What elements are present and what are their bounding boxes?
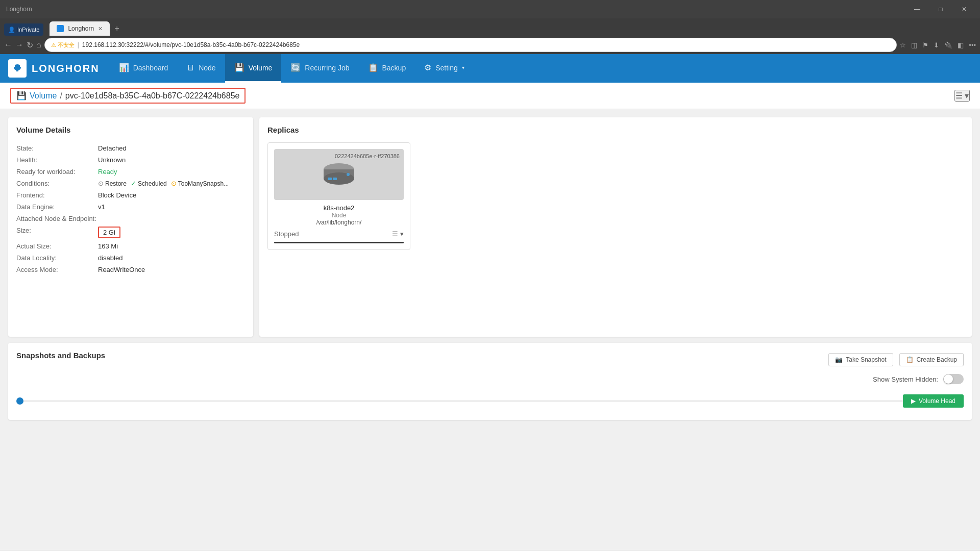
condition-toomanysnapshots: ⊙ TooManySnapsh... <box>171 180 229 187</box>
replica-menu-button[interactable]: ☰ ▾ <box>392 230 404 238</box>
show-hidden-row: Show System Hidden: <box>16 374 964 384</box>
svg-rect-4 <box>333 178 337 180</box>
detail-row-size: Size: 2 Gi <box>16 224 245 240</box>
inprivate-badge: 👤 InPrivate <box>4 23 43 36</box>
logo-text: LONGHORN <box>32 63 100 74</box>
setting-icon: ⚙ <box>424 63 431 72</box>
volume-head-button[interactable]: ▶ Volume Head <box>903 394 964 408</box>
nav-item-backup[interactable]: 📋 Backup <box>359 54 415 83</box>
nav-item-recurring-job[interactable]: 🔄 Recurring Job <box>281 54 358 83</box>
timeline-row: ▶ Volume Head <box>16 390 964 412</box>
replica-image: 0222424b685e-r-ff270386 <box>274 149 404 200</box>
forward-button[interactable]: → <box>15 40 23 49</box>
browser-toolbar-icons: ☆ ◫ ⚑ ⬇ 🔌 ◧ ••• <box>900 41 976 49</box>
nav-label-recurring-job: Recurring Job <box>305 64 349 72</box>
favorites-icon[interactable]: ☆ <box>900 41 906 49</box>
main-content: Volume Details State: Detached Health: U… <box>0 109 980 550</box>
logo-icon <box>8 59 27 78</box>
snapshots-card: Snapshots and Backups 📷 Take Snapshot 📋 … <box>8 343 972 420</box>
replica-status-row: Stopped ☰ ▾ <box>274 230 404 238</box>
new-tab-button[interactable]: + <box>110 21 124 36</box>
home-button[interactable]: ⌂ <box>36 40 41 49</box>
replica-status: Stopped <box>274 230 299 238</box>
nav-label-volume: Volume <box>249 64 273 72</box>
address-bar[interactable]: ⚠ 不安全 | 192.168.112.30:32222/#/volume/pv… <box>44 38 897 52</box>
longhorn-bull-svg <box>11 62 23 74</box>
detail-value-access-mode: ReadWriteOnce <box>98 266 145 273</box>
profile-icon[interactable]: ⚑ <box>922 41 928 49</box>
breadcrumb-root-label[interactable]: Volume <box>30 91 57 101</box>
nav-label-dashboard: Dashboard <box>133 64 168 72</box>
restore-condition-icon: ⊙ <box>98 180 104 187</box>
window-titlebar: Longhorn — □ ✕ <box>0 0 980 18</box>
browser-tab[interactable]: Longhorn ✕ <box>50 21 110 36</box>
more-icon[interactable]: ••• <box>969 41 976 49</box>
detail-value-frontend: Block Device <box>98 191 136 199</box>
minimize-button[interactable]: — <box>905 0 929 18</box>
browser-address-bar-row: ← → ↻ ⌂ ⚠ 不安全 | 192.168.112.30:32222/#/v… <box>0 36 980 54</box>
play-icon: ▶ <box>911 397 916 405</box>
detail-value-state: Detached <box>98 144 127 152</box>
timeline-line <box>23 400 903 402</box>
conditions-wrapper: ⊙ Restore ✓ Scheduled ⊙ TooManySnapsh... <box>98 180 229 187</box>
detail-row-frontend: Frontend: Block Device <box>16 189 245 201</box>
detail-row-health: Health: Unknown <box>16 154 245 166</box>
window-controls: — □ ✕ <box>905 0 976 18</box>
replicas-card: Replicas 0222424b685e-r-ff270386 <box>259 117 972 337</box>
snapshots-actions: 📷 Take Snapshot 📋 Create Backup <box>828 353 964 366</box>
replicas-title: Replicas <box>267 126 964 134</box>
detail-row-conditions: Conditions: ⊙ Restore ✓ Scheduled ⊙ TooM <box>16 178 245 189</box>
replica-item[interactable]: 0222424b685e-r-ff270386 <box>267 142 410 250</box>
downloads-icon[interactable]: ⬇ <box>934 41 939 49</box>
nav-item-dashboard[interactable]: 📊 Dashboard <box>110 54 178 83</box>
detail-value-health: Unknown <box>98 156 126 164</box>
breadcrumb: 💾 Volume / pvc-10e1d58a-b35C-4a0b-b67C-0… <box>10 88 246 104</box>
timeline-dot <box>16 397 23 405</box>
detail-row-access-mode: Access Mode: ReadWriteOnce <box>16 264 245 276</box>
snapshots-header: Snapshots and Backups 📷 Take Snapshot 📋 … <box>16 351 964 368</box>
volume-head-label: Volume Head <box>919 397 955 405</box>
detail-value-actual-size: 163 Mi <box>98 242 118 250</box>
view-toggle-button[interactable]: ☰ ▾ <box>954 90 970 102</box>
take-snapshot-button[interactable]: 📷 Take Snapshot <box>828 353 893 366</box>
replica-name: k8s-node2 <box>274 204 404 212</box>
tab-title: Longhorn <box>68 25 94 32</box>
logo-area: LONGHORN <box>8 59 110 78</box>
create-backup-button[interactable]: 📋 Create Backup <box>899 353 964 366</box>
recurring-job-icon: 🔄 <box>290 63 301 72</box>
browser-tab-bar: 👤 InPrivate Longhorn ✕ + <box>0 18 980 36</box>
tab-close-icon[interactable]: ✕ <box>98 26 103 32</box>
extensions-icon[interactable]: 🔌 <box>944 41 952 49</box>
breadcrumb-separator: / <box>60 91 62 101</box>
refresh-button[interactable]: ↻ <box>27 40 33 50</box>
top-section: Volume Details State: Detached Health: U… <box>8 117 972 337</box>
condition-restore: ⊙ Restore <box>98 180 127 187</box>
camera-icon: 📷 <box>835 356 843 363</box>
nav-label-setting: Setting <box>435 64 458 72</box>
breadcrumb-bar: 💾 Volume / pvc-10e1d58a-b35C-4a0b-b67C-0… <box>0 83 980 109</box>
volume-details-title: Volume Details <box>16 126 245 134</box>
volume-details-card: Volume Details State: Detached Health: U… <box>8 117 253 337</box>
window-title: Longhorn <box>6 6 32 13</box>
detail-value-size: 2 Gi <box>98 227 120 238</box>
toomanysnapshots-condition-icon: ⊙ <box>171 180 177 187</box>
nav-item-volume[interactable]: 💾 Volume <box>225 54 282 83</box>
detail-value-ready: Ready <box>98 168 117 176</box>
detail-row-attached-node: Attached Node & Endpoint: <box>16 213 245 224</box>
nav-item-node[interactable]: 🖥 Node <box>177 54 225 83</box>
nav-item-setting[interactable]: ⚙ Setting ▾ <box>415 54 474 83</box>
back-button[interactable]: ← <box>4 40 12 49</box>
detail-value-data-locality: disabled <box>98 254 122 262</box>
show-hidden-toggle[interactable] <box>943 374 964 384</box>
setting-chevron-icon: ▾ <box>462 65 464 70</box>
nav-label-node: Node <box>199 64 215 72</box>
snapshots-title: Snapshots and Backups <box>16 351 105 360</box>
security-warning-text: 不安全 <box>58 42 75 48</box>
svg-point-5 <box>347 173 350 176</box>
maximize-button[interactable]: □ <box>929 0 952 18</box>
close-button[interactable]: ✕ <box>952 0 976 18</box>
collections-icon[interactable]: ◫ <box>911 41 917 49</box>
sidebar-icon[interactable]: ◧ <box>958 41 964 49</box>
toggle-knob <box>944 374 953 384</box>
backup-icon: 📋 <box>368 63 378 72</box>
